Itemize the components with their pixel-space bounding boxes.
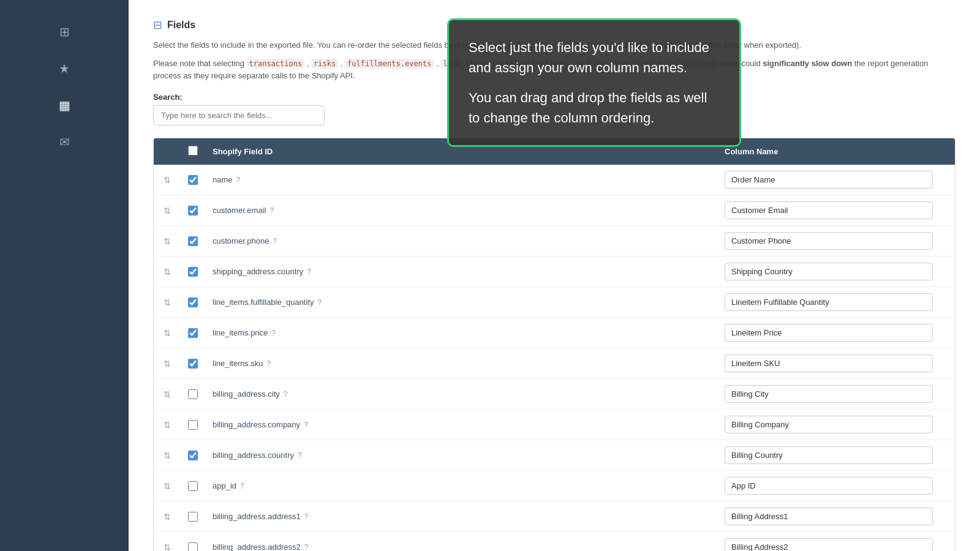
column-name-cell[interactable] (725, 416, 945, 433)
help-icon[interactable]: ? (284, 390, 288, 399)
help-icon[interactable]: ? (304, 421, 308, 429)
drag-handle[interactable]: ⇅ (164, 328, 188, 338)
column-name-cell[interactable] (725, 385, 945, 403)
row-checkbox[interactable] (188, 298, 198, 307)
column-name-cell[interactable] (725, 263, 945, 280)
bold-warning: significantly slow down (763, 59, 852, 68)
help-icon[interactable]: ? (304, 512, 309, 521)
column-name-input[interactable] (725, 385, 933, 403)
row-checkbox[interactable] (188, 542, 198, 551)
row-checkbox[interactable] (188, 328, 198, 338)
row-checkbox[interactable] (188, 512, 198, 522)
drag-handle[interactable]: ⇅ (164, 420, 188, 430)
fields-table: Shopify Field ID Column Name ⇅ name ? ⇅ … (153, 138, 956, 551)
column-name-cell[interactable] (725, 293, 945, 311)
checkbox-cell[interactable] (188, 298, 213, 307)
drag-handle[interactable]: ⇅ (164, 389, 188, 399)
checkbox-cell[interactable] (188, 481, 213, 491)
select-all-checkbox[interactable] (188, 146, 198, 156)
drag-handle[interactable]: ⇅ (164, 451, 188, 460)
row-checkbox[interactable] (188, 420, 198, 430)
field-id-cell: line_items.price ? (213, 328, 725, 337)
drag-handle[interactable]: ⇅ (164, 512, 188, 522)
row-checkbox[interactable] (188, 389, 198, 399)
column-name-input[interactable] (725, 354, 933, 372)
row-checkbox[interactable] (188, 175, 198, 185)
column-name-input[interactable] (725, 324, 933, 342)
field-id-cell: billing_address.address2 ? (213, 542, 725, 551)
column-name-input[interactable] (725, 477, 933, 495)
star-icon[interactable]: ★ (51, 55, 78, 82)
table-row: ⇅ app_id ? (154, 471, 955, 501)
column-name-cell[interactable] (725, 477, 945, 495)
help-icon[interactable]: ? (304, 543, 309, 551)
column-name-input[interactable] (725, 508, 933, 525)
checkbox-cell[interactable] (188, 328, 213, 338)
help-icon[interactable]: ? (273, 237, 277, 246)
row-checkbox[interactable] (188, 481, 198, 491)
help-icon[interactable]: ? (317, 298, 322, 307)
field-id-cell: billing_address.company ? (213, 420, 725, 429)
column-name-input[interactable] (725, 263, 933, 280)
checkbox-cell[interactable] (188, 451, 213, 460)
mail-icon[interactable]: ✉ (51, 129, 78, 156)
drag-handle[interactable]: ⇅ (164, 542, 188, 551)
checkbox-cell[interactable] (188, 206, 213, 216)
column-name-input[interactable] (725, 538, 933, 551)
column-name-input[interactable] (725, 171, 933, 189)
column-name-cell[interactable] (725, 324, 945, 342)
help-icon[interactable]: ? (307, 268, 311, 276)
column-name-input[interactable] (725, 232, 933, 250)
drag-handle[interactable]: ⇅ (164, 298, 188, 307)
table-row: ⇅ billing_address.country ? (154, 440, 955, 471)
row-checkbox[interactable] (188, 359, 198, 369)
help-icon[interactable]: ? (270, 206, 274, 215)
column-name-cell[interactable] (725, 232, 945, 250)
drag-handle[interactable]: ⇅ (164, 359, 188, 369)
section-title: Fields (167, 20, 195, 31)
help-icon[interactable]: ? (236, 176, 241, 184)
drag-handle[interactable]: ⇅ (164, 206, 188, 216)
column-name-cell[interactable] (725, 508, 945, 525)
table-row: ⇅ line_items.sku ? (154, 348, 955, 379)
checkbox-cell[interactable] (188, 359, 213, 369)
checkbox-cell[interactable] (188, 236, 213, 246)
drag-handle[interactable]: ⇅ (164, 267, 188, 277)
row-checkbox[interactable] (188, 206, 198, 216)
grid-icon[interactable]: ▦ (51, 92, 78, 119)
column-name-input[interactable] (725, 416, 933, 433)
drag-handle[interactable]: ⇅ (164, 236, 188, 246)
checkbox-cell[interactable] (188, 512, 213, 522)
column-name-cell[interactable] (725, 201, 945, 219)
search-input[interactable] (153, 105, 325, 126)
checkbox-header[interactable] (188, 146, 213, 157)
column-name-cell[interactable] (725, 538, 945, 551)
help-icon[interactable]: ? (266, 359, 271, 368)
checkbox-cell[interactable] (188, 542, 213, 551)
table-row: ⇅ customer.email ? (154, 195, 955, 226)
field-id-cell: line_items.fulfillable_quantity ? (213, 298, 725, 307)
help-icon[interactable]: ? (298, 451, 302, 460)
table-row: ⇅ customer.phone ? (154, 226, 955, 257)
checkbox-cell[interactable] (188, 389, 213, 399)
column-name-cell[interactable] (725, 171, 945, 189)
code-risks: risks (311, 59, 338, 69)
column-name-input[interactable] (725, 201, 933, 219)
drag-handle[interactable]: ⇅ (164, 175, 188, 185)
help-icon[interactable]: ? (240, 482, 244, 490)
checkbox-cell[interactable] (188, 420, 213, 430)
column-name-cell[interactable] (725, 354, 945, 372)
column-name-input[interactable] (725, 293, 933, 311)
table-row: ⇅ billing_address.address2 ? (154, 532, 955, 551)
collapse-icon[interactable]: ⊟ (153, 18, 162, 32)
drag-handle[interactable]: ⇅ (164, 481, 188, 491)
column-name-cell[interactable] (725, 446, 945, 464)
checkbox-cell[interactable] (188, 175, 213, 185)
dashboard-icon[interactable]: ⊞ (51, 18, 78, 45)
row-checkbox[interactable] (188, 236, 198, 246)
help-icon[interactable]: ? (271, 329, 276, 337)
column-name-input[interactable] (725, 446, 933, 464)
row-checkbox[interactable] (188, 451, 198, 460)
row-checkbox[interactable] (188, 267, 198, 277)
checkbox-cell[interactable] (188, 267, 213, 277)
